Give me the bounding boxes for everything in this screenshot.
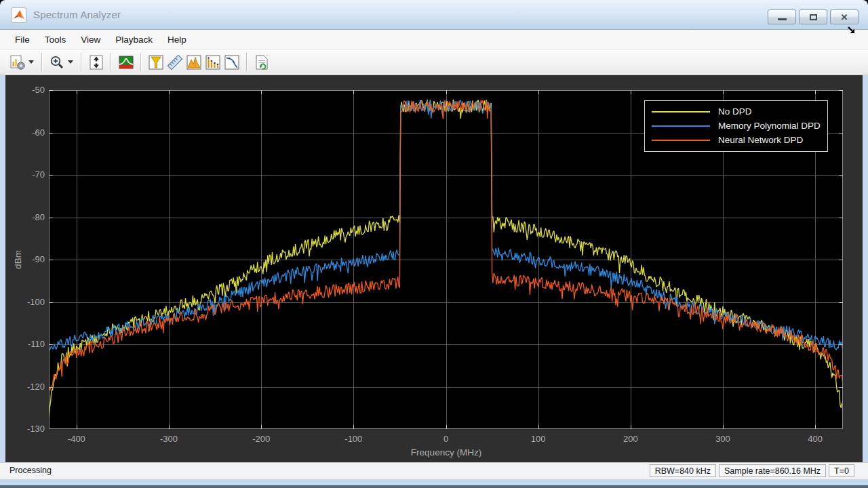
y-tick-label: -130 [16, 424, 45, 434]
toolbar-separator [81, 53, 82, 71]
x-tick-label: -200 [252, 434, 270, 444]
ccdf-measurements-button[interactable] [222, 53, 241, 72]
title-bar[interactable]: Spectrum Analyzer ✕ [0, 0, 868, 30]
legend-line-sample [652, 111, 710, 113]
channel-measurements-button[interactable] [165, 53, 184, 72]
status-time: T=0 [829, 464, 854, 477]
legend-label: Memory Polynomial DPD [718, 121, 821, 131]
menu-bar: File Tools View Playback Help [0, 30, 868, 49]
x-tick-label: -100 [344, 434, 362, 444]
scope-settings-dropdown-caret[interactable] [28, 60, 34, 64]
peak-finder-icon [186, 54, 202, 70]
status-panels: RBW=840 kHz Sample rate=860.16 MHz T=0 [650, 464, 854, 477]
toolbar-separator [111, 53, 112, 71]
matlab-app-icon [11, 7, 26, 23]
minimize-button[interactable] [768, 9, 796, 24]
status-rbw: RBW=840 kHz [650, 464, 716, 477]
cursor-measurements-icon [148, 54, 164, 70]
toolbar-separator [246, 53, 248, 71]
status-message: Processing [9, 466, 52, 475]
menu-view[interactable]: View [73, 31, 108, 48]
zoom-in-icon [49, 54, 65, 70]
figure-area: dBm Frequency (MHz) No DPDMemory Polynom… [5, 75, 863, 462]
status-sample-rate: Sample rate=860.16 MHz [719, 464, 826, 477]
x-tick-label: -400 [68, 434, 85, 444]
y-tick-label: -120 [16, 382, 45, 392]
mouse-cursor-icon [846, 25, 857, 36]
toolbar-separator [41, 53, 43, 71]
window-frame-bottom [0, 479, 868, 485]
distortion-measurements-button[interactable] [203, 53, 222, 72]
legend-line-sample [652, 140, 710, 141]
y-tick-label: -60 [16, 127, 45, 138]
window-frame-left [0, 75, 5, 479]
spectral-mask-icon [254, 54, 270, 70]
peak-finder-button[interactable] [184, 53, 203, 72]
status-bar: Processing RBW=840 kHz Sample rate=860.1… [0, 462, 868, 479]
menu-help[interactable]: Help [160, 31, 194, 48]
scope-settings-button[interactable] [8, 53, 27, 72]
y-tick-label: -70 [16, 169, 45, 180]
x-tick-label: 100 [531, 434, 546, 444]
spectrum-analyzer-window: Spectrum Analyzer ✕ File Tools View Play… [0, 0, 868, 488]
maximize-icon [810, 14, 817, 20]
menu-tools[interactable]: Tools [37, 31, 74, 48]
x-tick-label: 400 [808, 434, 823, 444]
y-tick-label: -90 [16, 254, 45, 264]
x-tick-label: 0 [443, 434, 448, 444]
legend-item[interactable]: Memory Polynomial DPD [652, 119, 821, 133]
window-frame-right [863, 75, 868, 479]
span-limits-button[interactable] [87, 53, 106, 72]
menu-file[interactable]: File [7, 31, 37, 48]
ccdf-measurements-icon [224, 54, 240, 70]
y-tick-label: -110 [16, 339, 45, 349]
distortion-measurements-icon [205, 54, 221, 70]
span-limits-icon [88, 54, 104, 70]
toolbar-separator [140, 53, 142, 71]
y-tick-label: -50 [16, 85, 45, 95]
zoom-in-dropdown-caret[interactable] [68, 60, 73, 64]
legend-label: Neural Network DPD [718, 135, 803, 145]
window-frame-edge [0, 485, 868, 488]
legend-label: No DPD [718, 106, 752, 117]
spectrum-spectrogram-view-icon [118, 54, 134, 70]
channel-measurements-icon [167, 54, 183, 70]
cursor-measurements-button[interactable] [146, 53, 165, 72]
legend-item[interactable]: No DPD [652, 104, 821, 119]
x-axis-label: Frequency (MHz) [411, 447, 481, 458]
spectral-mask-button[interactable] [252, 53, 271, 72]
toolbar [0, 49, 868, 75]
maximize-button[interactable] [799, 9, 827, 24]
legend[interactable]: No DPDMemory Polynomial DPDNeural Networ… [644, 100, 828, 152]
legend-line-sample [652, 125, 710, 127]
minimize-icon [778, 18, 787, 20]
close-button[interactable]: ✕ [830, 9, 859, 24]
zoom-in-button[interactable] [47, 53, 66, 72]
x-tick-label: 300 [715, 434, 730, 444]
y-tick-label: -100 [16, 297, 45, 307]
y-tick-label: -80 [16, 212, 45, 222]
menu-playback[interactable]: Playback [108, 31, 160, 48]
legend-item[interactable]: Neural Network DPD [652, 133, 821, 147]
x-tick-label: -300 [160, 434, 178, 444]
scope-settings-icon [9, 54, 26, 70]
window-title: Spectrum Analyzer [33, 9, 121, 20]
spectrum-spectrogram-view-button[interactable] [117, 53, 136, 72]
x-tick-label: 200 [623, 434, 638, 444]
close-icon: ✕ [841, 13, 848, 22]
